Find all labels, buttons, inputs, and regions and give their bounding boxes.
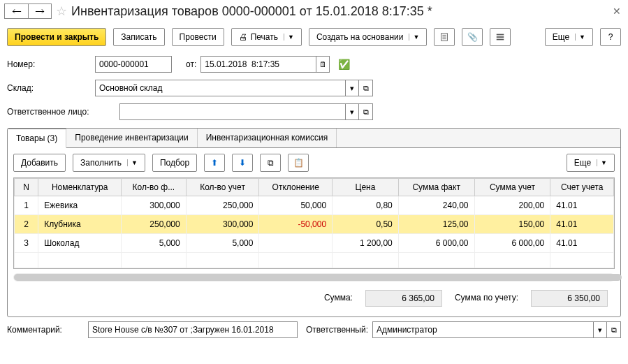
total-sum-book-value: 6 350,00 <box>531 290 608 307</box>
bottom-responsible-open[interactable]: ⧉ <box>607 321 621 338</box>
comment-field[interactable] <box>88 321 298 338</box>
date-label: от: <box>186 59 196 69</box>
warehouse-open[interactable]: ⧉ <box>359 80 373 96</box>
report-button[interactable] <box>434 28 455 46</box>
responsible-person-field[interactable] <box>119 103 345 120</box>
svg-rect-4 <box>497 34 504 36</box>
cell-price[interactable]: 0,50 <box>333 215 399 234</box>
document-icon <box>439 32 449 42</box>
cell-qty-book[interactable]: 300,000 <box>186 215 259 234</box>
create-from-button[interactable]: Создать на основании ▼ <box>309 28 427 46</box>
number-label: Номер: <box>7 59 91 69</box>
paste-button[interactable]: 📋 <box>288 154 309 172</box>
bottom-responsible-dropdown[interactable]: ▾ <box>593 321 607 338</box>
post-button[interactable]: Провести <box>172 28 224 46</box>
col-n[interactable]: N <box>15 179 38 196</box>
arrow-down-icon: ⬇ <box>239 158 246 168</box>
responsible-open[interactable]: ⧉ <box>359 103 373 120</box>
col-price[interactable]: Цена <box>333 179 399 196</box>
list-button[interactable] <box>490 28 511 46</box>
cell-deviation[interactable] <box>259 234 333 253</box>
tab-inventory[interactable]: Проведение инвентаризации <box>66 129 197 147</box>
col-sum-fact[interactable]: Сумма факт <box>398 179 474 196</box>
responsible-dropdown[interactable]: ▾ <box>345 103 359 120</box>
paste-icon: 📋 <box>293 158 304 168</box>
cell-account[interactable]: 41.01 <box>550 234 614 253</box>
printer-icon: 🖨 <box>239 32 247 42</box>
chevron-down-icon: ▼ <box>597 159 607 166</box>
table-row[interactable] <box>15 253 614 268</box>
post-and-close-button[interactable]: Провести и закрыть <box>7 28 106 46</box>
cell-deviation[interactable]: -50,000 <box>259 215 333 234</box>
grid-more-label: Еще <box>574 158 591 168</box>
warehouse-dropdown[interactable]: ▾ <box>345 80 359 96</box>
help-button[interactable]: ? <box>600 28 621 46</box>
horizontal-scrollbar[interactable] <box>13 273 615 282</box>
warehouse-field[interactable] <box>95 80 345 96</box>
cell-qty-book[interactable]: 5,000 <box>186 234 259 253</box>
add-row-button[interactable]: Добавить <box>13 154 66 172</box>
fill-button[interactable]: Заполнить ▼ <box>73 154 145 172</box>
copy-icon: ⧉ <box>268 158 274 168</box>
cell-sum-book[interactable]: 200,00 <box>474 196 550 215</box>
cell-price[interactable]: 1 200,00 <box>333 234 399 253</box>
cell-sum-fact[interactable]: 125,00 <box>398 215 474 234</box>
close-icon[interactable]: ✕ <box>610 6 624 17</box>
cell-nomenclature[interactable]: Шоколад <box>38 234 122 253</box>
print-button[interactable]: 🖨 Печать ▼ <box>231 28 302 46</box>
goods-table[interactable]: N Номенклатура Кол-во ф... Кол-во учет О… <box>13 177 615 269</box>
col-account[interactable]: Счет учета <box>550 179 614 196</box>
cell-n[interactable]: 2 <box>15 215 38 234</box>
tab-goods[interactable]: Товары (3) <box>8 129 66 148</box>
cell-n[interactable]: 3 <box>15 234 38 253</box>
cell-account[interactable]: 41.01 <box>550 196 614 215</box>
copy-button[interactable]: ⧉ <box>260 154 281 172</box>
cell-qty-book[interactable]: 250,000 <box>186 196 259 215</box>
col-qty-book[interactable]: Кол-во учет <box>186 179 259 196</box>
nav-back-button[interactable]: 🡐 <box>4 3 28 19</box>
bottom-responsible-field[interactable] <box>372 321 593 338</box>
move-up-button[interactable]: ⬆ <box>204 154 225 172</box>
bottom-responsible-label: Ответственный: <box>306 325 368 335</box>
pick-button[interactable]: Подбор <box>152 154 197 172</box>
table-row[interactable]: 2Клубника250,000300,000-50,0000,50125,00… <box>15 215 614 234</box>
more-button[interactable]: Еще ▼ <box>545 28 593 46</box>
cell-n[interactable]: 1 <box>15 196 38 215</box>
check-icon[interactable]: ✅ <box>338 59 350 70</box>
cell-sum-fact[interactable]: 240,00 <box>398 196 474 215</box>
cell-nomenclature[interactable]: Ежевика <box>38 196 122 215</box>
nav-forward-button[interactable]: 🡒 <box>28 3 52 19</box>
cell-qty-fact[interactable]: 300,000 <box>122 196 187 215</box>
cell-price[interactable]: 0,80 <box>333 196 399 215</box>
svg-rect-5 <box>497 36 504 38</box>
number-field[interactable] <box>95 56 172 73</box>
col-qty-fact[interactable]: Кол-во ф... <box>122 179 187 196</box>
table-row[interactable]: 3Шоколад5,0005,0001 200,006 000,006 000,… <box>15 234 614 253</box>
move-down-button[interactable]: ⬇ <box>232 154 253 172</box>
svg-rect-6 <box>497 39 504 41</box>
col-nomenclature[interactable]: Номенклатура <box>38 179 122 196</box>
create-from-label: Создать на основании <box>316 32 404 42</box>
cell-nomenclature[interactable]: Клубника <box>38 215 122 234</box>
grid-more-button[interactable]: Еще ▼ <box>567 154 615 172</box>
arrow-up-icon: ⬆ <box>211 158 218 168</box>
cell-qty-fact[interactable]: 5,000 <box>122 234 187 253</box>
calendar-button[interactable]: 🗓 <box>316 56 330 73</box>
save-button[interactable]: Записать <box>113 28 164 46</box>
col-sum-book[interactable]: Сумма учет <box>474 179 550 196</box>
cell-sum-book[interactable]: 150,00 <box>474 215 550 234</box>
page-title: Инвентаризация товаров 0000-000001 от 15… <box>71 4 610 19</box>
col-deviation[interactable]: Отклонение <box>259 179 333 196</box>
favorite-star-icon[interactable]: ☆ <box>56 3 67 19</box>
table-row[interactable]: 1Ежевика300,000250,00050,0000,80240,0020… <box>15 196 614 215</box>
date-field[interactable] <box>200 56 316 73</box>
attachment-button[interactable]: 📎 <box>462 28 483 46</box>
total-sum-book-label: Сумма по учету: <box>453 290 520 307</box>
cell-deviation[interactable]: 50,000 <box>259 196 333 215</box>
cell-sum-fact[interactable]: 6 000,00 <box>398 234 474 253</box>
cell-qty-fact[interactable]: 250,000 <box>122 215 187 234</box>
cell-sum-book[interactable]: 6 000,00 <box>474 234 550 253</box>
comment-label: Комментарий: <box>7 325 84 335</box>
cell-account[interactable]: 41.01 <box>550 215 614 234</box>
tab-commission[interactable]: Инвентаризационная комиссия <box>198 129 337 147</box>
